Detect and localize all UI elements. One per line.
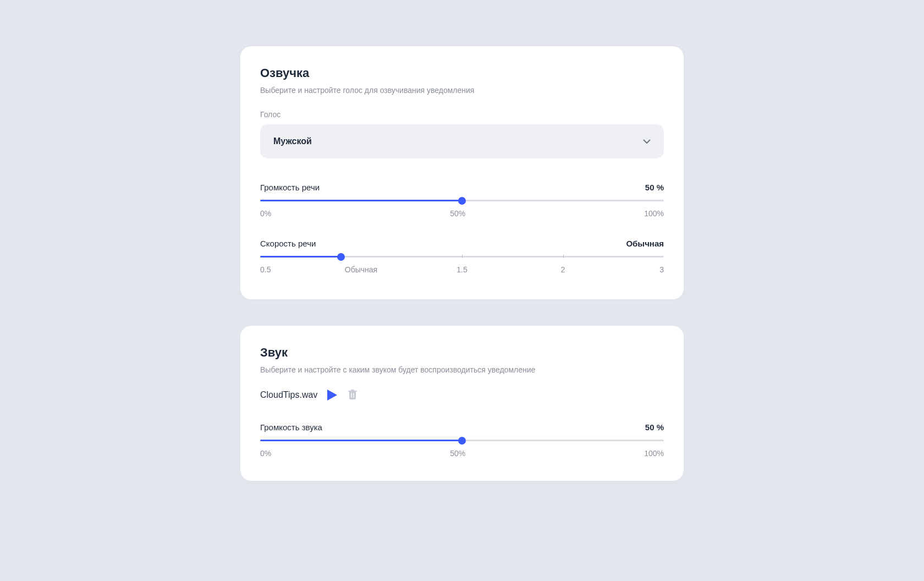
- speech-volume-value: 50 %: [645, 183, 664, 192]
- sound-subtitle: Выберите и настройте с каким звуком буде…: [260, 365, 664, 374]
- voiceover-title: Озвучка: [260, 66, 664, 80]
- speech-speed-slider[interactable]: [260, 256, 664, 257]
- play-icon[interactable]: [327, 390, 338, 401]
- sound-volume-slider[interactable]: [260, 440, 664, 441]
- sound-title: Звук: [260, 346, 664, 360]
- chevron-down-icon: [643, 138, 651, 145]
- speed-tick-label-4: 3: [659, 265, 664, 274]
- speech-volume-slider[interactable]: [260, 200, 664, 201]
- sound-volume-mid: 50%: [450, 449, 465, 458]
- voice-select[interactable]: Мужской: [260, 124, 664, 158]
- speech-volume-min: 0%: [260, 209, 271, 218]
- speech-volume-fill: [260, 200, 462, 201]
- speed-tick-2: [563, 255, 564, 258]
- voiceover-card: Озвучка Выберите и настройте голос для о…: [240, 46, 684, 299]
- speech-speed-thumb[interactable]: [337, 253, 345, 261]
- sound-file-row: CloudTips.wav: [260, 390, 664, 401]
- speech-speed-labels: 0.5 Обычная 1.5 2 3: [260, 265, 664, 276]
- speech-volume-section: Громкость речи 50 % 0% 50% 100%: [260, 183, 664, 218]
- sound-volume-min: 0%: [260, 449, 271, 458]
- speed-tick-label-3: 2: [561, 265, 565, 274]
- speech-volume-header: Громкость речи 50 %: [260, 183, 664, 192]
- speech-volume-thumb[interactable]: [458, 197, 466, 205]
- voice-select-value: Мужской: [273, 136, 312, 146]
- sound-volume-label: Громкость звука: [260, 423, 322, 432]
- speech-volume-mid: 50%: [450, 209, 465, 218]
- speech-speed-value: Обычная: [626, 239, 664, 248]
- speed-tick-label-1: Обычная: [345, 265, 377, 274]
- speech-volume-max: 100%: [644, 209, 664, 218]
- speech-speed-fill: [260, 256, 341, 257]
- sound-volume-labels: 0% 50% 100%: [260, 449, 664, 458]
- speed-tick-1: [462, 255, 463, 258]
- sound-volume-fill: [260, 440, 462, 441]
- speech-speed-section: Скорость речи Обычная 0.5 Обычная 1.5 2 …: [260, 239, 664, 276]
- speed-tick-label-0: 0.5: [260, 265, 271, 274]
- voice-label: Голос: [260, 110, 664, 119]
- speech-speed-label: Скорость речи: [260, 239, 316, 248]
- sound-volume-header: Громкость звука 50 %: [260, 423, 664, 432]
- sound-volume-value: 50 %: [645, 423, 664, 432]
- speech-volume-labels: 0% 50% 100%: [260, 209, 664, 218]
- sound-volume-section: Громкость звука 50 % 0% 50% 100%: [260, 423, 664, 458]
- settings-container: Озвучка Выберите и настройте голос для о…: [240, 46, 684, 481]
- voiceover-subtitle: Выберите и настройте голос для озвучиван…: [260, 86, 664, 95]
- sound-volume-thumb[interactable]: [458, 437, 466, 445]
- speech-speed-header: Скорость речи Обычная: [260, 239, 664, 248]
- sound-file-name: CloudTips.wav: [260, 390, 317, 400]
- sound-volume-max: 100%: [644, 449, 664, 458]
- voice-field: Голос Мужской: [260, 110, 664, 158]
- sound-card: Звук Выберите и настройте с каким звуком…: [240, 326, 684, 481]
- speed-tick-label-2: 1.5: [457, 265, 467, 274]
- trash-icon[interactable]: [348, 390, 358, 401]
- speech-volume-label: Громкость речи: [260, 183, 320, 192]
